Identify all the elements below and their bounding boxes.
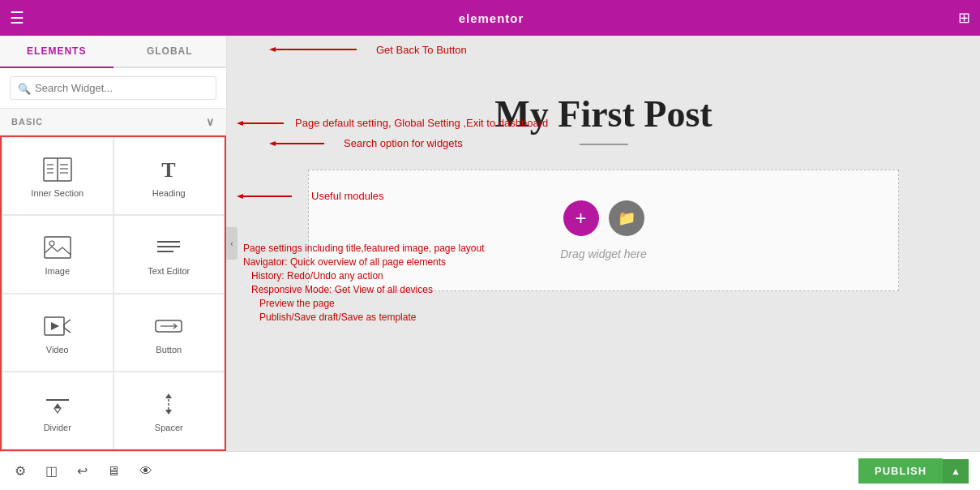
image-label: Image xyxy=(45,266,70,276)
annotation-get-back-label: Get Back To Button xyxy=(376,44,467,56)
svg-marker-31 xyxy=(237,194,243,199)
text-editor-label: Text Editor xyxy=(148,266,190,276)
video-icon xyxy=(43,314,72,338)
layers-icon[interactable]: ◫ xyxy=(42,460,61,482)
drop-text: Drag widget here xyxy=(560,247,647,260)
responsive-icon[interactable]: 🖥 xyxy=(104,461,123,482)
svg-text:T: T xyxy=(162,158,176,182)
category-label: BASIC xyxy=(11,117,43,127)
svg-marker-23 xyxy=(165,410,172,415)
widget-text-editor[interactable]: Text Editor xyxy=(113,215,225,293)
elementor-logo: elementor xyxy=(459,11,524,25)
inner-section-label: Inner Section xyxy=(31,188,83,198)
sidebar: ELEMENTS GLOBAL 🔍 BASIC ∨ xyxy=(0,36,227,451)
heading-label: Heading xyxy=(152,188,186,198)
publish-button[interactable]: PUBLISH xyxy=(858,458,943,484)
history-icon[interactable]: ↩ xyxy=(74,460,91,482)
sidebar-collapse-btn[interactable]: ‹ xyxy=(226,227,238,260)
annotation-search: Search option for widgets xyxy=(276,137,463,149)
settings-icon[interactable]: ⚙ xyxy=(11,460,29,482)
top-bar: ☰ elementor ⊞ xyxy=(0,0,980,36)
search-icon: 🔍 xyxy=(18,82,31,94)
text-editor-icon xyxy=(154,235,183,260)
svg-marker-22 xyxy=(165,393,172,398)
button-label: Button xyxy=(156,345,182,355)
button-icon xyxy=(154,314,183,338)
category-collapse-icon[interactable]: ∨ xyxy=(206,115,215,128)
widget-inner-section[interactable]: Inner Section xyxy=(2,137,113,215)
tab-elements[interactable]: ELEMENTS xyxy=(0,36,113,68)
main-layout: ELEMENTS GLOBAL 🔍 BASIC ∨ xyxy=(0,36,980,451)
widget-button[interactable]: Button xyxy=(113,294,225,372)
svg-marker-15 xyxy=(51,322,59,330)
widget-image[interactable]: Image xyxy=(2,215,113,293)
preview-icon[interactable]: 👁 xyxy=(136,461,156,482)
inner-section-icon xyxy=(43,157,72,182)
add-widget-button[interactable]: + xyxy=(563,200,599,236)
image-icon xyxy=(43,235,72,260)
svg-rect-9 xyxy=(45,237,71,258)
widget-divider[interactable]: Divider xyxy=(2,372,113,449)
publish-arrow-button[interactable]: ▲ xyxy=(943,459,969,484)
sidebar-tabs: ELEMENTS GLOBAL xyxy=(0,36,226,68)
grid-icon[interactable]: ⊞ xyxy=(958,9,970,27)
svg-marker-20 xyxy=(54,408,61,413)
add-template-button[interactable]: 📁 xyxy=(609,200,644,236)
page-divider xyxy=(580,144,628,145)
annot-publish: Publish/Save draft/Save as template xyxy=(259,312,485,323)
heading-icon: T xyxy=(154,157,183,182)
spacer-icon xyxy=(154,392,183,416)
annotation-get-back: Get Back To Button xyxy=(276,42,467,57)
widget-grid: Inner Section T Heading Image xyxy=(0,135,226,451)
bottom-bar: ⚙ ◫ ↩ 🖥 👁 PUBLISH ▲ xyxy=(0,451,980,490)
drop-zone-buttons: + 📁 xyxy=(563,200,644,236)
video-label: Video xyxy=(46,345,69,355)
annotation-search-label: Search option for widgets xyxy=(344,137,463,149)
search-container: 🔍 xyxy=(0,68,226,109)
widget-spacer[interactable]: Spacer xyxy=(113,372,225,449)
svg-marker-19 xyxy=(54,403,61,408)
page-title: My First Post xyxy=(259,92,948,135)
publish-button-group: PUBLISH ▲ xyxy=(858,458,969,484)
annot-preview: Preview the page xyxy=(259,298,485,309)
canvas-area: Get Back To Button Page default setting,… xyxy=(227,36,980,451)
widget-heading[interactable]: T Heading xyxy=(113,137,225,215)
divider-label: Divider xyxy=(44,423,71,432)
menu-icon[interactable]: ☰ xyxy=(10,8,24,28)
search-input[interactable] xyxy=(10,76,216,100)
category-header: BASIC ∨ xyxy=(0,109,226,135)
svg-point-10 xyxy=(49,241,54,246)
svg-marker-25 xyxy=(269,47,276,52)
drop-zone[interactable]: + 📁 Drag widget here xyxy=(308,170,899,291)
svg-marker-27 xyxy=(237,121,243,126)
divider-icon xyxy=(43,392,72,416)
widget-video[interactable]: Video xyxy=(2,294,113,372)
svg-marker-29 xyxy=(269,141,276,146)
tab-global[interactable]: GLOBAL xyxy=(113,36,227,67)
spacer-label: Spacer xyxy=(155,423,183,432)
